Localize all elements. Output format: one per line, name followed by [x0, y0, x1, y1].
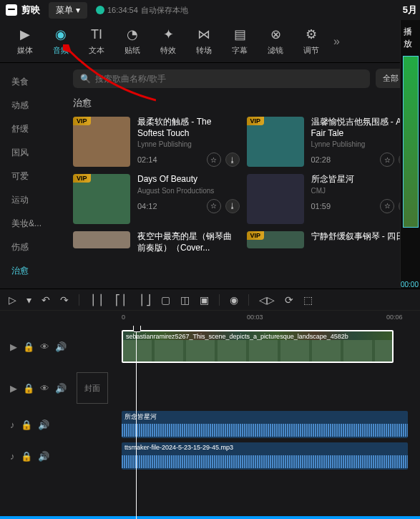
track-head: ▶ 🔒 👁 🔊 [0, 341, 122, 352]
sidebar-item-sport[interactable]: 运动 [0, 188, 64, 212]
timeline-toolbar: ▷ ▾ ↶ ↷ ⎪⎪ ⎡⎪ ⎪⎦ ▢ ◫ ▣ ◉ ◁▷ ⟳ ⬚ [0, 288, 420, 310]
favorite-button[interactable]: ☆ [207, 152, 221, 167]
select-tool[interactable]: ▷ [9, 294, 16, 306]
audio-track-row: ♪ 🔒 🔊 ttsmaker-file-2024-5-23-15-29-45.m… [0, 440, 420, 472]
trim-right-tool[interactable]: ⎪⎦ [138, 294, 151, 306]
sidebar-item-calm[interactable]: 舒缓 [0, 117, 64, 141]
mute-icon[interactable]: 🔊 [38, 451, 49, 462]
track-duration: 02:28 [311, 155, 331, 164]
audio-clip[interactable]: ttsmaker-file-2024-5-23-15-29-45.mp3 [122, 442, 408, 470]
text-icon: TI [79, 27, 114, 42]
ruler-tick: 00:06 [386, 314, 403, 321]
tab-subtitle[interactable]: ▤字幕 [222, 26, 258, 56]
track-card[interactable]: 所念皆星河 CMJ 01:59 ☆＋ [247, 174, 414, 224]
mirror-tool[interactable]: ◁▷ [259, 294, 275, 306]
delete-tool[interactable]: ▢ [161, 294, 170, 306]
audio-track-icon[interactable]: ♪ [10, 451, 15, 462]
track-thumb [247, 174, 304, 224]
timeline-ruler[interactable]: 0 00:03 00:06 [0, 310, 420, 326]
tab-transition[interactable]: ⋈转场 [186, 26, 222, 56]
tab-effects[interactable]: ✦特效 [150, 26, 186, 56]
download-button[interactable]: ⭳ [225, 199, 240, 213]
video-track-row: ▶ 🔒 👁 🔊 sebastianramirez5267_This_scene_… [0, 326, 420, 367]
track-card[interactable]: VIP 最柔软的触感 - The Softest Touch Lynne Pub… [73, 117, 240, 167]
cover-box[interactable]: 封面 [77, 372, 108, 404]
sidebar-item-sad[interactable]: 伤感 [0, 236, 64, 259]
tool-dropdown-icon[interactable]: ▾ [26, 294, 31, 306]
media-icon: ▶ [7, 26, 43, 42]
favorite-button[interactable]: ☆ [380, 152, 394, 167]
rotate-tool[interactable]: ⟳ [285, 294, 293, 306]
track-title: 宁静舒缓叙事钢琴 - 四日 [311, 231, 414, 243]
lock-icon[interactable]: 🔒 [23, 341, 34, 352]
download-button[interactable]: ⭳ [225, 152, 240, 167]
timeline: ▶ 🔒 👁 🔊 sebastianramirez5267_This_scene_… [0, 326, 420, 519]
sidebar-item-food[interactable]: 美食 [0, 70, 64, 94]
tab-text[interactable]: TI文本 [79, 27, 114, 56]
eye-icon[interactable]: 👁 [40, 383, 49, 394]
sidebar-item-beauty[interactable]: 美妆&... [0, 212, 64, 236]
video-clip[interactable]: sebastianramirez5267_This_scene_depicts_… [122, 330, 394, 363]
split-tool[interactable]: ⎪⎪ [89, 294, 105, 306]
favorite-button[interactable]: ☆ [380, 199, 394, 213]
favorite-button[interactable]: ☆ [207, 199, 221, 213]
sticker-icon: ◔ [114, 26, 150, 42]
filter-label: 全部 [383, 73, 399, 84]
search-input[interactable] [95, 74, 363, 84]
sidebar-item-cute[interactable]: 可爱 [0, 165, 64, 188]
undo-button[interactable]: ↶ [41, 294, 50, 306]
track-card[interactable]: VIP 温馨愉悦吉他氛围感 - A Fair Tale Lynne Publis… [247, 117, 414, 167]
tab-media[interactable]: ▶媒体 [7, 26, 43, 56]
more-tabs-arrow[interactable]: » [329, 35, 344, 48]
preview-duration: 00:00 [401, 281, 419, 288]
cover-track-icon[interactable]: ▶ [10, 383, 17, 394]
preview-thumbnail[interactable] [403, 56, 419, 228]
sidebar-item-national[interactable]: 国风 [0, 141, 64, 165]
reverse-tool[interactable]: ▣ [200, 294, 209, 306]
crop-tool[interactable]: ⬚ [303, 294, 313, 306]
redo-button[interactable]: ↷ [60, 294, 69, 306]
sidebar-item-healing[interactable]: 治愈 [0, 259, 64, 283]
track-artist: Lynne Publishing [311, 140, 414, 148]
playhead[interactable] [136, 326, 137, 519]
track-title: 最柔软的触感 - The Softest Touch [137, 117, 240, 139]
tab-adjust[interactable]: ⚙调节 [293, 26, 329, 56]
adjust-icon: ⚙ [293, 26, 329, 42]
track-thumb: VIP [73, 174, 130, 224]
video-track-icon[interactable]: ▶ [10, 341, 17, 352]
freeze-tool[interactable]: ◫ [180, 294, 190, 306]
search-box[interactable]: 🔍 [73, 69, 370, 88]
track-thumb: VIP [73, 117, 130, 167]
ruler-tick: 0 [122, 314, 125, 321]
menu-label: 菜单 [56, 4, 73, 16]
track-card[interactable]: VIP 宁静舒缓叙事钢琴 - 四日 [247, 231, 414, 255]
audio-clip[interactable]: 所念皆星河 [122, 411, 408, 438]
eye-icon[interactable]: 👁 [40, 341, 49, 352]
menu-button[interactable]: 菜单 ▾ [49, 2, 87, 19]
effects-icon: ✦ [150, 26, 186, 42]
record-tool[interactable]: ◉ [230, 294, 238, 306]
tab-sticker[interactable]: ◔贴纸 [114, 26, 150, 56]
tab-filter[interactable]: ⊗滤镜 [258, 26, 293, 56]
mute-icon[interactable]: 🔊 [38, 419, 49, 430]
track-thumb: VIP [247, 231, 304, 248]
sidebar-item-dynamic[interactable]: 动感 [0, 94, 64, 117]
trim-left-tool[interactable]: ⎡⎪ [115, 294, 128, 306]
track-duration: 02:14 [137, 155, 157, 164]
autosave-status: 16:34:54 自动保存本地 [96, 5, 188, 16]
track-card[interactable]: 夜空中最亮的星（钢琴曲前奏版）（Cover... [73, 231, 240, 255]
audio-track-icon[interactable]: ♪ [10, 419, 15, 430]
lock-icon[interactable]: 🔒 [21, 419, 32, 430]
mute-icon[interactable]: 🔊 [55, 383, 67, 394]
tab-audio[interactable]: ◉音频 [43, 26, 79, 56]
filter-icon: ⊗ [258, 26, 293, 42]
track-thumb: VIP [247, 117, 304, 167]
mute-icon[interactable]: 🔊 [55, 341, 67, 352]
track-card[interactable]: VIP Days Of Beauty August Son Production… [73, 174, 240, 224]
lock-icon[interactable]: 🔒 [21, 451, 32, 462]
track-thumb [73, 231, 130, 248]
app-logo: 剪映 [6, 4, 40, 16]
track-head: ♪ 🔒 🔊 [0, 419, 122, 430]
track-grid: VIP 最柔软的触感 - The Softest Touch Lynne Pub… [73, 117, 417, 255]
lock-icon[interactable]: 🔒 [23, 383, 34, 394]
